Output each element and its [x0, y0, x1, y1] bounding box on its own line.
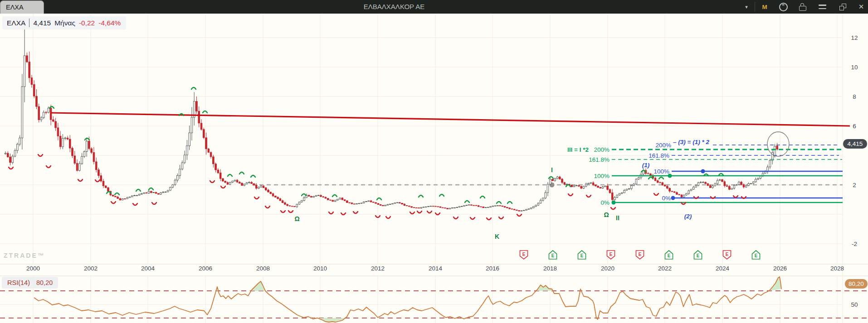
quote-overlay: ΕΛΧΑ 4,415 Μήνας -0,22 -4,64% [2, 16, 126, 29]
wave-label-green[interactable]: II [616, 214, 619, 222]
svg-text:10: 10 [851, 64, 858, 71]
svg-text:-2: -2 [852, 241, 857, 247]
rsi-name: RSI(14) [7, 279, 30, 286]
restore-window-icon[interactable] [837, 0, 848, 14]
wave-label-green[interactable]: Ω [294, 215, 299, 222]
quote-change: -0,22 [79, 19, 95, 27]
ztrade-watermark: ZTRADE™ [4, 252, 45, 259]
lock-glyph [799, 6, 806, 11]
quote-symbol: ΕΛΧΑ [7, 19, 25, 27]
svg-text:2026: 2026 [773, 265, 787, 272]
quotes-icon[interactable]: ” [777, 0, 789, 14]
menu-icon[interactable] [816, 0, 828, 14]
window-title: ΕΛΒΑΛΧΑΛΚΟΡ ΑΕ [364, 0, 424, 14]
time-axis[interactable]: 2000200220042006200820102012201420162018… [26, 265, 844, 272]
svg-text:100%: 100% [653, 168, 669, 175]
svg-text:E: E [610, 252, 613, 257]
svg-text:E: E [580, 253, 584, 258]
wave-label-green[interactable]: K [495, 233, 499, 240]
svg-text:0%: 0% [662, 195, 671, 202]
svg-text:161.8%: 161.8% [649, 152, 669, 159]
rsi-indicator-label[interactable]: RSI(14) 80,20 [2, 277, 58, 289]
svg-text:12: 12 [851, 34, 858, 41]
svg-text:2: 2 [853, 182, 856, 188]
svg-text:2024: 2024 [716, 265, 730, 272]
svg-text:200%: 200% [655, 142, 671, 149]
svg-text:161.8%: 161.8% [589, 156, 610, 163]
svg-text:2014: 2014 [429, 265, 443, 272]
svg-text:6: 6 [853, 123, 856, 130]
svg-text:2022: 2022 [658, 265, 672, 272]
wave-label-green[interactable]: Ω [604, 211, 609, 218]
svg-text:E: E [755, 253, 758, 258]
svg-text:2002: 2002 [84, 265, 98, 272]
titlebar-separator [755, 2, 755, 12]
svg-text:8: 8 [853, 93, 856, 100]
svg-text:E: E [668, 253, 671, 258]
rsi-value-badge: 80,20 [845, 279, 868, 289]
quotes-glyph: ” [779, 3, 788, 11]
text-cursor [29, 19, 29, 27]
quote-timeframe[interactable]: Μήνας [54, 19, 75, 27]
quote-change-pct: -4,64% [98, 19, 121, 27]
svg-text:0%: 0% [600, 199, 610, 206]
symbol-tab-label: ΕΛΧΑ [6, 4, 24, 11]
svg-text:2000: 2000 [26, 265, 40, 272]
svg-text:E: E [697, 253, 700, 258]
rsi-mid-label: 50 [851, 301, 858, 308]
chevron-down-icon[interactable]: ▾ [741, 0, 752, 14]
interval-monthly-button[interactable]: M [759, 0, 770, 14]
chart-background [0, 14, 868, 323]
svg-text:2012: 2012 [371, 265, 385, 272]
svg-text:2008: 2008 [256, 265, 270, 272]
last-price-badge: 4,415 [843, 139, 867, 149]
svg-text:2004: 2004 [141, 265, 155, 272]
wave-label-blue[interactable]: (1) [642, 162, 650, 169]
wave-label-blue[interactable]: (2) [684, 213, 692, 220]
svg-text:E: E [551, 253, 555, 258]
chart-canvas[interactable]: 1210862-22000200220042006200820102012201… [0, 0, 868, 323]
rsi-value: 80,20 [36, 279, 53, 286]
wave-label-green[interactable]: I [551, 166, 553, 174]
svg-text:100%: 100% [594, 173, 610, 179]
svg-text:2020: 2020 [601, 265, 614, 272]
svg-text:2010: 2010 [313, 265, 327, 272]
svg-text:– (3) = (1) * 2: – (3) = (1) * 2 [673, 139, 709, 145]
svg-text:2018: 2018 [543, 265, 557, 272]
svg-text:E: E [522, 252, 526, 257]
svg-text:200%: 200% [594, 146, 610, 153]
close-icon[interactable]: ✕ [855, 0, 867, 14]
window-titlebar: ΕΛΧΑ ΕΛΒΑΛΧΑΛΚΟΡ ΑΕ ▾ M ” ✕ [0, 0, 868, 14]
svg-text:2016: 2016 [486, 265, 499, 272]
svg-text:E: E [639, 252, 642, 257]
svg-text:2006: 2006 [199, 265, 212, 272]
quote-price: 4,415 [33, 19, 51, 27]
symbol-tab[interactable]: ΕΛΧΑ [0, 0, 44, 14]
svg-text:III = I *2: III = I *2 [567, 146, 589, 153]
svg-text:E: E [726, 252, 729, 257]
svg-text:2028: 2028 [830, 265, 844, 272]
lock-icon[interactable] [797, 0, 809, 14]
